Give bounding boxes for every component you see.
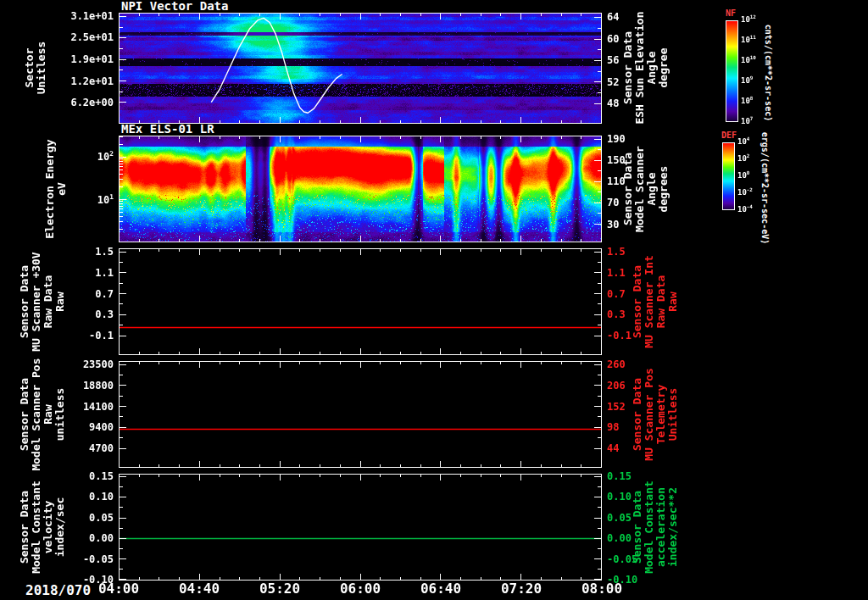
- y-tick-label: 1.9e+01: [0, 54, 114, 64]
- axis-title-line: Sensor Data: [19, 252, 31, 351]
- x-tick-label: 06:40: [420, 582, 461, 596]
- colorbar-tick-label: 100: [737, 172, 749, 180]
- y-tick-label: 70: [607, 197, 619, 208]
- colorbar-tick-label: 10-2: [737, 189, 753, 197]
- x-tick-label: 04:40: [179, 582, 220, 596]
- panel1-yaxis-title: SectorUnitless: [24, 42, 47, 95]
- y-tick-label: 0.05: [607, 513, 632, 523]
- x-tick-label: 08:00: [581, 582, 622, 596]
- x-tick-label: 07:20: [501, 582, 542, 596]
- axis-title-line: Model Scanner Pos: [31, 358, 42, 470]
- colorbar-tick-label: 102: [737, 155, 749, 163]
- axis-title-line: Telemetry: [655, 368, 667, 461]
- axis-title-line: Sensor Data: [632, 255, 643, 348]
- axis-title-line: Sensor Data: [632, 481, 643, 574]
- y-tick-label: 60: [607, 34, 619, 44]
- y-tick-label: 1.5: [607, 247, 626, 257]
- y-tick-label: 1.1: [607, 268, 626, 278]
- y-tick-label: 0.00: [607, 533, 632, 543]
- axis-title-line: Unitless: [667, 368, 679, 461]
- axis-title-line: Angle: [646, 146, 658, 232]
- colorbar-tick-label: 109: [741, 77, 753, 85]
- axis-title-line: Raw: [54, 252, 66, 351]
- axis-title-line: Electron Energy: [44, 139, 56, 238]
- colorbar-tick-label: 108: [741, 97, 753, 105]
- y-tick-label: 52: [607, 77, 619, 87]
- panel2-yaxis-title: Electron EnergyeV: [44, 139, 68, 238]
- panel5-yaxis-title: Sensor DataModel Constantvelocityindex/s…: [19, 481, 66, 574]
- axis-title-line: Model Constant: [643, 481, 655, 574]
- axis-title-line: Raw Data: [655, 255, 667, 348]
- colorbar-tick-label: 107: [741, 118, 753, 125]
- axis-title-line: Sector: [24, 42, 36, 95]
- axis-title-line: acceleration: [655, 481, 667, 574]
- y-tick-label: 190: [607, 134, 626, 144]
- panel1-right-title: Sensor DataESH Sun ElevationAngledegree: [622, 11, 670, 124]
- colorbar-tick-label: 1011: [741, 36, 756, 44]
- axis-title-line: Raw: [667, 255, 679, 348]
- colorbar-tick-label: 1012: [741, 16, 756, 24]
- y-tick-label: 44: [607, 443, 619, 453]
- y-tick-label: 1.2e+01: [0, 76, 114, 86]
- axis-title-line: Sensor Data: [622, 146, 634, 232]
- panel3-yaxis-title: Sensor DataMU Scanner +30VRaw DataRaw: [19, 252, 66, 351]
- axis-title-line: ESH Sun Elevation: [634, 11, 646, 124]
- x-tick-label: 04:00: [98, 582, 139, 596]
- x-tick-label: 05:20: [259, 582, 300, 596]
- y-tick-label: 0.10: [607, 492, 632, 502]
- axis-title-line: degree: [658, 11, 670, 124]
- y-tick-label: 0.7: [607, 289, 626, 299]
- colorbar-tick-label: 1010: [741, 57, 756, 64]
- panel4-yaxis-title: Sensor DataModel Scanner PosRawunitless: [19, 358, 66, 470]
- y-tick-label: 2.5e+01: [0, 32, 114, 42]
- y-tick-label: 0.15: [607, 471, 632, 481]
- axis-title-line: Angle: [646, 11, 658, 124]
- axis-title-line: MU Scanner Pos: [643, 368, 655, 461]
- axis-title-line: velocity: [42, 481, 54, 574]
- y-tick-label: 30: [607, 219, 619, 230]
- axis-labels-layer: 3.1e+012.5e+011.9e+011.2e+016.2e+0064605…: [0, 0, 868, 600]
- axis-title-line: index/sec: [54, 481, 66, 574]
- axis-title-line: eV: [56, 139, 68, 238]
- colorbar-tick-label: 10-4: [737, 206, 753, 214]
- y-tick-label: 152: [607, 402, 626, 412]
- axis-title-line: Raw: [42, 358, 54, 470]
- y-tick-label: 48: [607, 98, 619, 108]
- panel2-right-title: Sensor DataModel ScannerAngledegrees: [622, 146, 670, 232]
- axis-title-line: Sensor Data: [622, 11, 634, 124]
- y-tick-label: 206: [607, 381, 626, 391]
- axis-title-line: Model Constant: [31, 481, 42, 574]
- colorbar-tick-label: 104: [737, 138, 749, 146]
- axis-title-line: index/sec**2: [667, 481, 679, 574]
- panel4-right-title: Sensor DataMU Scanner PosTelemetryUnitle…: [632, 368, 679, 461]
- axis-title-line: Sensor Data: [19, 358, 31, 470]
- axis-title-line: MU Scanner Int: [643, 255, 655, 348]
- axis-title-line: MU Scanner +30V: [31, 252, 42, 351]
- axis-title-line: Unitless: [36, 42, 47, 95]
- y-tick-label: 56: [607, 55, 619, 65]
- y-tick-label: 3.1e+01: [0, 11, 114, 21]
- y-tick-label: 260: [607, 359, 626, 369]
- y-tick-label: 64: [607, 12, 619, 22]
- panel3-right-title: Sensor DataMU Scanner IntRaw DataRaw: [632, 255, 679, 348]
- x-tick-label: 06:00: [340, 582, 381, 596]
- axis-title-line: Sensor Data: [632, 368, 643, 461]
- panel5-right-title: Sensor DataModel Constantaccelerationind…: [632, 481, 679, 574]
- axis-title-line: unitless: [54, 358, 66, 470]
- y-tick-label: 0.15: [0, 471, 114, 481]
- axis-title-line: degrees: [658, 146, 670, 232]
- y-tick-label: 6.2e+00: [0, 97, 114, 108]
- axis-title-line: Sensor Data: [19, 481, 31, 574]
- y-tick-label: -0.10: [0, 575, 114, 585]
- axis-title-line: Raw Data: [42, 252, 54, 351]
- y-tick-label: 0.3: [607, 309, 626, 319]
- y-tick-label: -0.1: [607, 331, 632, 341]
- tplot-science-display: NPI Vector Data MEx ELS-01 LR NF cnts/(c…: [0, 0, 868, 600]
- y-tick-label: 98: [607, 422, 619, 432]
- axis-title-line: Model Scanner: [634, 146, 646, 232]
